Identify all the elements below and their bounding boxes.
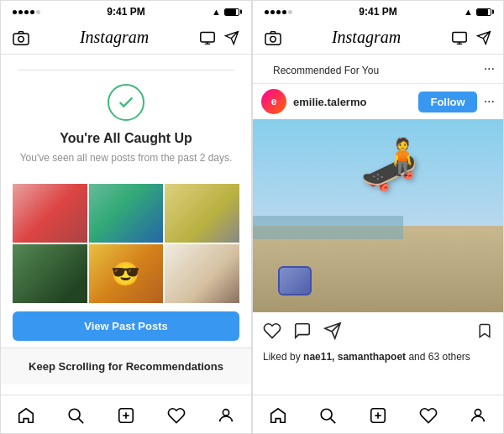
right-status-bar: 9:41 PM ▲ — [253, 1, 503, 21]
right-bottom-nav — [253, 395, 503, 433]
liked-others: and 63 others — [408, 351, 470, 363]
bookmark-icon[interactable] — [476, 319, 493, 341]
share-icon[interactable] — [323, 319, 342, 341]
camera-icon-r[interactable] — [265, 29, 281, 46]
caught-up-title: You're All Caught Up — [60, 131, 192, 146]
grid-cell-5[interactable] — [89, 244, 164, 303]
grid-cell-6[interactable] — [165, 244, 239, 303]
right-signal-dots — [265, 10, 292, 14]
svg-point-1 — [18, 37, 24, 43]
svg-point-12 — [322, 409, 333, 420]
recommended-more-dots[interactable]: ··· — [484, 61, 495, 76]
wifi-icon: ▲ — [212, 7, 221, 17]
left-navbar: Instagram — [1, 21, 251, 55]
post-username[interactable]: emilie.talermo — [293, 96, 412, 108]
add-icon[interactable] — [117, 404, 135, 426]
liked-by-text: Liked by nae11, samanthapoet and 63 othe… — [253, 348, 503, 371]
svg-line-13 — [331, 418, 336, 423]
add-icon-r[interactable] — [369, 404, 387, 426]
right-phone: 9:41 PM ▲ Instagram — [252, 0, 504, 434]
signal-dots — [13, 10, 40, 14]
liked-by-label: Liked by — [263, 351, 301, 363]
svg-rect-11 — [453, 33, 466, 42]
right-nav-icons — [199, 29, 239, 46]
post-more-dots[interactable]: ··· — [484, 94, 495, 109]
heart-icon-r[interactable] — [419, 404, 438, 426]
right-logo: Instagram — [332, 28, 401, 47]
follow-button[interactable]: Follow — [418, 92, 476, 112]
battery-icon-r — [476, 8, 491, 16]
svg-point-8 — [223, 409, 229, 415]
left-phone: 9:41 PM ▲ Instagram — [0, 0, 252, 434]
camera-icon[interactable] — [13, 29, 29, 46]
grid-cell-4[interactable] — [13, 244, 87, 303]
left-time: 9:41 PM — [107, 6, 144, 18]
svg-rect-2 — [201, 33, 214, 42]
post-header: e emilie.talermo Follow ··· — [253, 84, 503, 119]
tv-icon[interactable] — [199, 29, 216, 46]
post-actions — [253, 312, 503, 348]
post-avatar[interactable]: e — [261, 89, 286, 114]
caught-up-subtitle: You've seen all new posts from the past … — [20, 151, 233, 165]
svg-rect-0 — [13, 34, 29, 44]
profile-icon[interactable] — [217, 404, 235, 426]
right-nav-icons-right — [451, 29, 491, 46]
grid-cell-2[interactable] — [89, 184, 164, 243]
right-status-icons-r: ▲ — [464, 7, 491, 17]
check-circle-icon — [108, 84, 144, 121]
right-nav-icons-left — [265, 29, 281, 46]
right-navbar: Instagram — [253, 21, 503, 55]
right-time: 9:41 PM — [359, 6, 396, 18]
send-icon[interactable] — [224, 29, 239, 46]
wifi-icon-r: ▲ — [464, 7, 473, 17]
send-icon-r[interactable] — [476, 29, 491, 46]
profile-icon-r[interactable] — [469, 404, 487, 426]
post-image: 🛹 🧍 — [253, 119, 503, 312]
grid-cell-3[interactable] — [165, 184, 239, 243]
recommended-label: Recommended For You — [261, 58, 391, 80]
divider — [18, 70, 234, 71]
tv-icon-r[interactable] — [451, 29, 468, 46]
like-icon[interactable] — [263, 319, 281, 341]
view-past-posts-button[interactable]: View Past Posts — [13, 311, 239, 341]
svg-point-3 — [70, 409, 81, 420]
keep-scrolling-banner: Keep Scrolling for Recommendations — [1, 348, 251, 384]
photo-grid — [13, 184, 239, 303]
liked-users[interactable]: nae11, samanthapoet — [303, 351, 406, 363]
home-icon-r[interactable] — [269, 404, 287, 426]
caught-up-section: You're All Caught Up You've seen all new… — [1, 55, 251, 175]
svg-point-17 — [475, 409, 481, 415]
left-nav-icons — [13, 29, 29, 46]
right-status-icons: ▲ — [212, 7, 239, 17]
left-logo: Instagram — [80, 28, 149, 47]
grid-cell-1[interactable] — [13, 184, 87, 243]
left-bottom-nav — [1, 395, 251, 433]
battery-icon — [224, 8, 239, 16]
recommended-banner: Recommended For You ··· — [253, 55, 503, 84]
svg-point-10 — [270, 37, 276, 43]
search-icon[interactable] — [66, 404, 85, 426]
svg-rect-9 — [265, 34, 281, 44]
comment-icon[interactable] — [293, 319, 312, 341]
home-icon[interactable] — [17, 404, 35, 426]
svg-line-4 — [79, 418, 84, 423]
heart-icon[interactable] — [167, 404, 186, 426]
search-icon-r[interactable] — [318, 404, 337, 426]
left-status-bar: 9:41 PM ▲ — [1, 1, 251, 21]
